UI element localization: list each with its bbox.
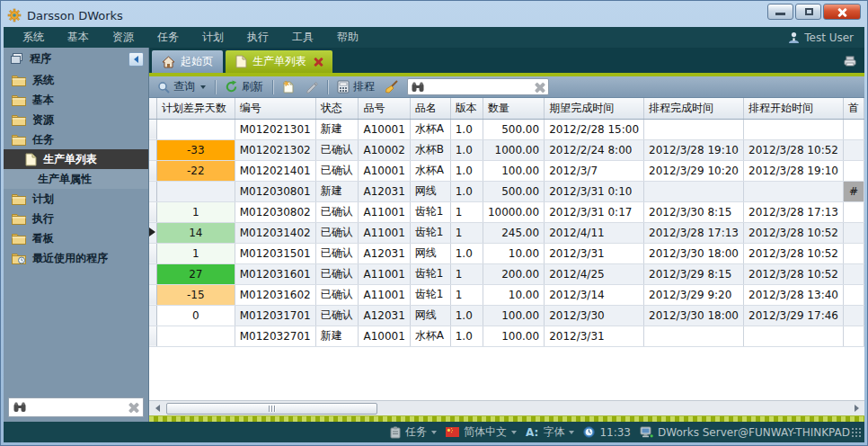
cell-status: 已确认 — [315, 222, 359, 243]
column-header-7[interactable]: 期望完成时间 — [545, 98, 644, 119]
menubar: 系统基本资源任务计划执行工具帮助 Test User — [4, 27, 864, 48]
menu-item-6[interactable]: 工具 — [280, 30, 325, 45]
table-row[interactable]: 1M012031501已确认A12031网线1.010.002012/3/312… — [149, 243, 864, 263]
sidebar-item-5[interactable]: 生产单属性 — [4, 169, 148, 189]
row-selector-cell[interactable] — [149, 160, 156, 181]
resize-grip[interactable] — [852, 428, 861, 437]
column-header-4[interactable]: 品名 — [410, 98, 450, 119]
statusbar-task-menu[interactable]: 任务 — [390, 424, 437, 440]
sidebar-collapse-button[interactable] — [128, 52, 144, 67]
cell-sched-finish-time — [644, 181, 744, 201]
table-row[interactable]: 0M012031701已确认A12031网线1.0100.002012/3/30… — [149, 305, 864, 326]
sidebar-item-2[interactable]: 资源 — [4, 110, 148, 129]
row-selector-cell[interactable] — [149, 119, 156, 139]
cell-expect-finish-time: 2012/3/31 0:10 — [545, 181, 644, 201]
sidebar-search-input[interactable] — [30, 401, 124, 414]
sidebar-item-7[interactable]: 执行 — [4, 209, 148, 228]
maximize-button[interactable] — [795, 4, 821, 20]
sidebar-item-label: 计划 — [32, 192, 54, 207]
row-selector-cell[interactable] — [149, 139, 156, 160]
schedule-button[interactable]: 排程 — [333, 78, 378, 95]
cell-item-no: A10001 — [359, 160, 410, 181]
column-header-5[interactable]: 版本 — [450, 98, 483, 119]
horizontal-scrollbar[interactable] — [149, 400, 864, 415]
sidebar-search-clear-icon[interactable] — [128, 402, 138, 413]
menu-item-2[interactable]: 资源 — [101, 30, 146, 45]
sidebar-item-0[interactable]: 系统 — [4, 70, 148, 90]
user-indicator[interactable]: Test User — [788, 31, 857, 44]
row-selector-cell[interactable] — [149, 263, 156, 284]
cell-order-no: M012031701 — [235, 305, 315, 326]
table-row[interactable]: M012021301新建A10001水杯A1.0500.002012/2/28 … — [149, 119, 864, 139]
table-row[interactable]: 14M012031402已确认A11001齿轮11245.002012/4/11… — [149, 222, 864, 243]
sidebar-item-9[interactable]: 最近使用的程序 — [4, 248, 148, 268]
cell-item-no: A10001 — [359, 326, 410, 346]
cell-version: 1 — [450, 263, 483, 284]
column-header-9[interactable]: 排程开始时间 — [744, 98, 844, 119]
column-header-8[interactable]: 排程完成时间 — [644, 98, 744, 119]
close-button[interactable] — [823, 4, 861, 20]
refresh-button[interactable]: 刷新 — [221, 78, 267, 95]
sidebar-item-8[interactable]: 看板 — [4, 228, 148, 248]
table-row[interactable]: -22M012021401已确认A10001水杯A1.0100.002012/3… — [149, 160, 864, 181]
thumb-grip — [274, 406, 275, 412]
toolbar-search-clear-icon[interactable] — [534, 82, 545, 93]
tab-close-icon[interactable] — [314, 58, 323, 67]
table-row[interactable]: -33M012021302已确认A10002水杯B1.01000.002012/… — [149, 139, 864, 160]
chevron-down-icon — [431, 431, 437, 434]
row-selector-cell[interactable] — [149, 243, 156, 263]
cell-plan-diff-days: 1 — [156, 243, 235, 263]
table-row[interactable]: 27M012031601已确认A11001齿轮11200.002012/4/25… — [149, 263, 864, 284]
sidebar-item-4[interactable]: 生产单列表 — [4, 149, 148, 169]
menu-item-5[interactable]: 执行 — [235, 30, 280, 45]
row-selector-cell[interactable] — [149, 326, 156, 346]
cell-item-no: A12031 — [359, 305, 410, 326]
tab-1[interactable]: 生产单列表 — [226, 50, 332, 73]
table-row[interactable]: 1M012030802已确认A11001齿轮1110000.002012/3/3… — [149, 201, 864, 222]
row-selector-cell[interactable] — [149, 181, 156, 201]
cell-status: 已确认 — [315, 305, 359, 326]
sidebar-item-label: 生产单属性 — [38, 172, 92, 187]
table-row[interactable]: M012032701新建A10001水杯A1.0100.002012/3/31 — [149, 326, 864, 346]
statusbar-font-menu[interactable]: A: 字体 — [526, 424, 574, 440]
column-header-0[interactable]: 计划差异天数 — [156, 98, 235, 119]
menu-item-1[interactable]: 基本 — [56, 30, 101, 45]
new-button[interactable] — [279, 79, 298, 95]
scrollbar-thumb[interactable] — [166, 403, 377, 415]
edit-button[interactable] — [301, 79, 322, 94]
sidebar-item-6[interactable]: 计划 — [4, 189, 148, 209]
tab-list-icon[interactable] — [843, 56, 857, 67]
arrow-left-icon — [155, 405, 160, 412]
column-header-6[interactable]: 数量 — [483, 98, 544, 119]
cell-status: 已确认 — [315, 243, 359, 263]
row-selector-cell[interactable] — [149, 201, 156, 222]
cell-item-name: 水杯B — [410, 139, 450, 160]
column-header-2[interactable]: 状态 — [315, 98, 359, 119]
toolbar-search-input[interactable] — [428, 81, 530, 94]
table-row[interactable]: -15M012031602已确认A11001齿轮1110.002012/3/14… — [149, 284, 864, 305]
row-selector-cell[interactable] — [149, 222, 156, 243]
row-selector-cell[interactable] — [149, 305, 156, 326]
clean-button[interactable] — [381, 79, 403, 94]
cell-plan-diff-days — [156, 181, 235, 201]
statusbar-language-menu[interactable]: 简体中文 — [446, 424, 517, 440]
scroll-left-button[interactable] — [150, 402, 164, 415]
sidebar-item-3[interactable]: 任务 — [4, 129, 148, 149]
menu-item-0[interactable]: 系统 — [11, 30, 56, 45]
column-header-1[interactable]: 编号 — [235, 98, 315, 119]
sidebar-item-1[interactable]: 基本 — [4, 90, 148, 110]
menu-item-4[interactable]: 计划 — [190, 30, 235, 45]
cell-sched-finish-time — [644, 119, 744, 139]
row-selector-cell[interactable] — [149, 284, 156, 305]
column-header-3[interactable]: 品号 — [359, 98, 410, 119]
scroll-right-button[interactable] — [849, 402, 864, 415]
menu-item-7[interactable]: 帮助 — [325, 30, 370, 45]
tab-0[interactable]: 起始页 — [152, 50, 223, 73]
column-header-10[interactable]: 首 — [843, 98, 864, 119]
query-button[interactable]: 查询 — [154, 78, 209, 95]
document-icon — [25, 153, 37, 166]
table-row[interactable]: M012030801新建A12031网线1.0500.002012/3/31 0… — [149, 181, 864, 201]
minimize-button[interactable] — [767, 4, 793, 20]
menu-item-3[interactable]: 任务 — [146, 30, 190, 45]
folder-icon — [12, 94, 26, 106]
